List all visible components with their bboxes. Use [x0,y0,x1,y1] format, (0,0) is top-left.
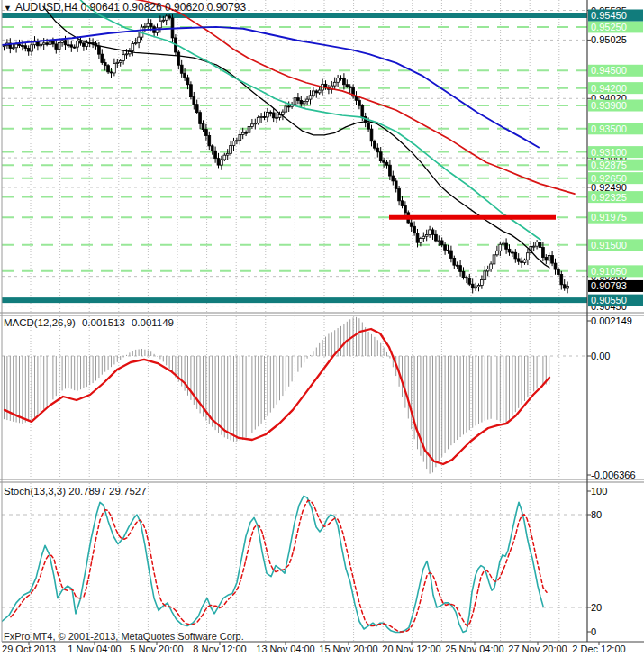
candle-body [499,244,502,251]
candle-body [70,45,73,47]
chart-title-bar: ▼AUDUSD,H4 0.90641 0.90826 0.90620 0.907… [4,1,246,14]
price-label-green-text: 0.93100 [591,147,627,158]
candle-body [462,271,465,277]
candle-body [333,82,336,86]
candle-body [401,201,404,206]
candle-body [205,130,208,136]
candle-body [263,116,266,117]
candle-body [254,123,257,124]
price-label-green-text: 0.94500 [591,65,627,76]
symbol-dropdown-icon[interactable]: ▼ [4,4,12,13]
date-label: 29 Oct 2013 [2,643,56,654]
price-label-green-text: 0.92875 [591,160,627,170]
candle-body [512,252,514,253]
candle-body [527,253,530,260]
candle-body [49,41,51,44]
candle-body [18,44,21,45]
candle-body [450,251,453,258]
candle-body [392,176,395,181]
price-label-teal-text: 0.90550 [591,295,627,306]
candle-body [122,55,125,61]
stoch-scale-label: 100 [591,486,607,497]
candle-body [376,148,379,152]
candle-body [42,43,45,44]
candle-body [267,112,269,117]
candle-body [440,241,443,245]
price-label-green-text: 0.91500 [591,240,627,251]
candle-body [431,230,434,234]
candle-body [24,46,27,49]
candle-body [466,278,468,278]
chart-canvas[interactable]: 0.955350.950250.940200.930000.924900.909… [0,0,644,657]
candle-body [77,41,79,47]
candle-body [208,136,211,146]
macd-scale-label: 0.002149 [591,315,632,326]
candle-body [177,52,180,65]
candle-body [287,106,290,107]
candle-body [337,78,340,82]
candle-body [508,249,511,252]
candle-body [193,97,195,105]
candle-body [236,141,239,141]
candle-body [425,234,428,236]
candle-body [398,188,401,200]
price-label-green-text: 0.92325 [591,192,627,203]
macd-scale-label: -0.006366 [591,470,636,480]
date-label: 25 Nov 04:00 [445,643,503,654]
macd-panel[interactable] [2,316,587,479]
candle-body [374,141,376,148]
candle-body [138,37,141,42]
candle-body [230,146,232,154]
teal-level-band[interactable] [2,297,587,303]
candle-body [248,126,250,132]
candle-body [481,279,484,285]
date-label: 27 Nov 20:00 [508,643,567,654]
candle-body [318,90,321,93]
candle-body [514,252,517,259]
candle-body [110,72,113,73]
candle-body [132,44,134,51]
candle-body [313,91,315,96]
candle-body [385,162,388,165]
candle-body [306,99,309,101]
stoch-indicator-label: Stoch(13,3,3) 20.7897 29.7527 [4,486,147,497]
candle-body [383,161,385,163]
candle-body [539,242,541,247]
price-label-green-text: 0.91050 [591,266,627,277]
candle-body [447,250,449,251]
candle-body [168,16,171,18]
candle-body [116,62,119,63]
candle-body [251,124,254,127]
candle-body [560,275,563,285]
stoch-panel[interactable] [2,483,587,642]
candle-body [521,261,523,262]
candle-body [22,45,24,46]
candle-body [490,264,493,269]
candle-body [517,259,520,261]
candle-body [269,112,272,113]
candle-body [324,84,327,87]
candle-body [190,85,193,97]
candle-body [367,123,370,129]
price-label-green-text: 0.91975 [591,212,627,223]
candle-body [548,256,550,260]
candle-body [294,98,296,105]
candle-body [416,233,419,242]
candle-body [456,265,458,266]
candle-body [438,241,440,242]
candle-body [180,65,183,73]
candle-body [413,226,416,233]
candle-body [349,87,351,87]
candle-body [83,43,86,46]
candle-body [502,243,504,244]
candle-body [410,223,413,226]
candle-body [58,43,60,50]
price-label-green-text: 0.92650 [591,173,627,184]
macd-indicator-label: MACD(12,26,9) -0.001513 -0.001149 [4,317,174,328]
candle-body [119,60,122,62]
candle-body [55,44,58,49]
main-panel[interactable] [2,0,587,313]
candle-body [147,23,150,26]
candle-body [104,63,106,66]
candle-body [64,41,67,45]
